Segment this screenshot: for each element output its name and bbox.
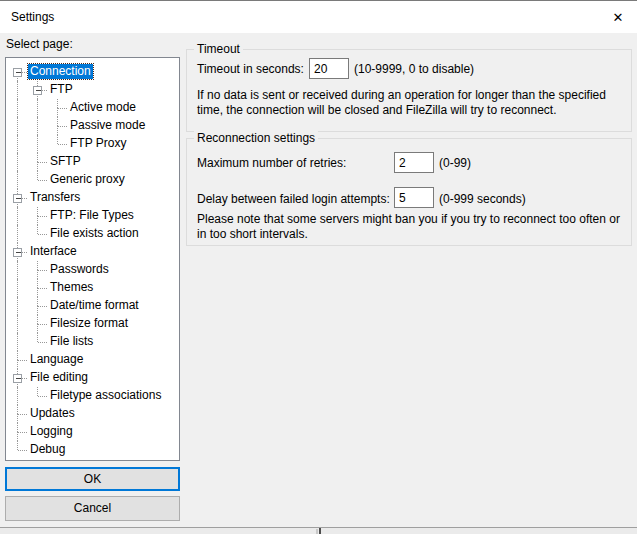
tree-item-label[interactable]: Updates xyxy=(28,406,77,421)
tree-item-label[interactable]: Interface xyxy=(28,244,79,259)
max-retries-hint: (0-99) xyxy=(439,156,471,170)
timeout-legend: Timeout xyxy=(194,42,243,56)
tree-connector xyxy=(17,405,18,414)
tree-item-label[interactable]: Date/time format xyxy=(48,298,141,313)
tree-item-file-editing[interactable]: File editing xyxy=(6,369,179,387)
tree-item-file-lists[interactable]: File lists xyxy=(6,333,179,351)
tree-item-label[interactable]: File exists action xyxy=(48,226,141,241)
tree-item-interface[interactable]: Interface xyxy=(6,243,179,261)
tree-item-date-time-format[interactable]: Date/time format xyxy=(6,297,179,315)
tree-connector xyxy=(37,216,38,225)
tree-item-transfers[interactable]: Transfers xyxy=(6,189,179,207)
tree-item-sftp[interactable]: SFTP xyxy=(6,153,179,171)
tree-connector xyxy=(37,306,38,315)
tree-item-label[interactable]: Debug xyxy=(28,442,67,457)
tree-item-language[interactable]: Language xyxy=(6,351,179,369)
tree-connector xyxy=(18,450,27,451)
tree-item-label[interactable]: File lists xyxy=(48,334,95,349)
title-bar: Settings ✕ xyxy=(0,2,637,33)
tree-connector xyxy=(17,81,18,99)
max-retries-input[interactable] xyxy=(394,152,434,173)
collapse-toggle-icon[interactable] xyxy=(13,248,22,257)
tree-connector xyxy=(38,162,47,163)
background-divider-dark xyxy=(319,528,321,534)
tree-connector xyxy=(37,297,38,306)
minus-glyph xyxy=(36,90,41,91)
tree-connector xyxy=(17,225,18,243)
tree-item-label[interactable]: Filesize format xyxy=(48,316,130,331)
collapse-toggle-icon[interactable] xyxy=(13,374,22,383)
tree-connector xyxy=(37,117,38,135)
tree-item-label[interactable]: Passwords xyxy=(48,262,111,277)
tree-item-label[interactable]: Logging xyxy=(28,424,75,439)
tree-connector xyxy=(38,270,47,271)
tree-item-themes[interactable]: Themes xyxy=(6,279,179,297)
tree-connector xyxy=(17,414,18,423)
tree-item-updates[interactable]: Updates xyxy=(6,405,179,423)
background-window-strip xyxy=(0,527,637,534)
tree-item-passwords[interactable]: Passwords xyxy=(6,261,179,279)
collapse-toggle-icon[interactable] xyxy=(13,68,22,77)
tree-item-label[interactable]: File editing xyxy=(28,370,90,385)
timeout-description: If no data is sent or received during an… xyxy=(197,88,627,118)
tree-item-label[interactable]: Transfers xyxy=(28,190,82,205)
tree-connector xyxy=(37,171,38,180)
tree-item-ftp[interactable]: FTP xyxy=(6,81,179,99)
tree-connector xyxy=(37,324,38,333)
tree-connector xyxy=(17,207,18,225)
delay-input[interactable] xyxy=(394,187,434,208)
tree-item-generic-proxy[interactable]: Generic proxy xyxy=(6,171,179,189)
minus-glyph xyxy=(16,72,21,73)
tree-item-label[interactable]: Generic proxy xyxy=(48,172,127,187)
tree-item-label[interactable]: Connection xyxy=(28,64,93,79)
tree-item-file-exists-action[interactable]: File exists action xyxy=(6,225,179,243)
tree-connector xyxy=(37,333,38,342)
tree-item-ftp-proxy[interactable]: FTP Proxy xyxy=(6,135,179,153)
tree-item-debug[interactable]: Debug xyxy=(6,441,179,459)
collapse-toggle-icon[interactable] xyxy=(13,194,22,203)
timeout-range-hint: (10-9999, 0 to disable) xyxy=(354,62,474,76)
tree-item-active-mode[interactable]: Active mode xyxy=(6,99,179,117)
tree-connector xyxy=(18,414,27,415)
tree-connector xyxy=(58,108,67,109)
tree-connector xyxy=(37,153,38,162)
tree-item-passive-mode[interactable]: Passive mode xyxy=(6,117,179,135)
tree-item-label[interactable]: Passive mode xyxy=(68,118,147,133)
background-divider-light xyxy=(316,529,318,534)
tree-item-connection[interactable]: Connection xyxy=(6,63,179,81)
cancel-button[interactable]: Cancel xyxy=(5,496,180,521)
tree-item-ftp-file-types[interactable]: FTP: File Types xyxy=(6,207,179,225)
tree-connector xyxy=(37,225,38,234)
tree-item-label[interactable]: Filetype associations xyxy=(48,388,163,403)
select-page-label: Select page: xyxy=(6,37,73,51)
tree-connector xyxy=(17,432,18,441)
delay-label: Delay between failed login attempts: xyxy=(197,192,390,206)
tree-connector xyxy=(57,126,58,135)
tree-connector xyxy=(37,270,38,279)
tree-item-label[interactable]: Language xyxy=(28,352,85,367)
delay-hint: (0-999 seconds) xyxy=(439,192,526,206)
tree-connector xyxy=(38,342,47,343)
tree-connector xyxy=(17,441,18,450)
tree-item-label[interactable]: Active mode xyxy=(68,100,138,115)
ok-button[interactable]: OK xyxy=(5,467,180,491)
minus-glyph xyxy=(16,198,21,199)
tree-item-filesize-format[interactable]: Filesize format xyxy=(6,315,179,333)
tree-connector xyxy=(17,99,18,117)
collapse-toggle-icon[interactable] xyxy=(33,86,42,95)
tree-connector xyxy=(37,135,38,153)
close-icon[interactable]: ✕ xyxy=(607,8,629,28)
tree-item-logging[interactable]: Logging xyxy=(6,423,179,441)
timeout-groupbox: Timeout Timeout in seconds: (10-9999, 0 … xyxy=(186,49,632,132)
tree-item-label[interactable]: Themes xyxy=(48,280,95,295)
tree-item-filetype-associations[interactable]: Filetype associations xyxy=(6,387,179,405)
tree-connector xyxy=(38,324,47,325)
tree-item-label[interactable]: FTP xyxy=(48,82,75,97)
tree-item-label[interactable]: FTP: File Types xyxy=(48,208,136,223)
tree-connector xyxy=(17,297,18,315)
tree-connector xyxy=(57,135,58,144)
tree-connector xyxy=(38,216,47,217)
tree-item-label[interactable]: SFTP xyxy=(48,154,83,169)
timeout-seconds-input[interactable] xyxy=(309,58,349,79)
tree-item-label[interactable]: FTP Proxy xyxy=(68,136,128,151)
